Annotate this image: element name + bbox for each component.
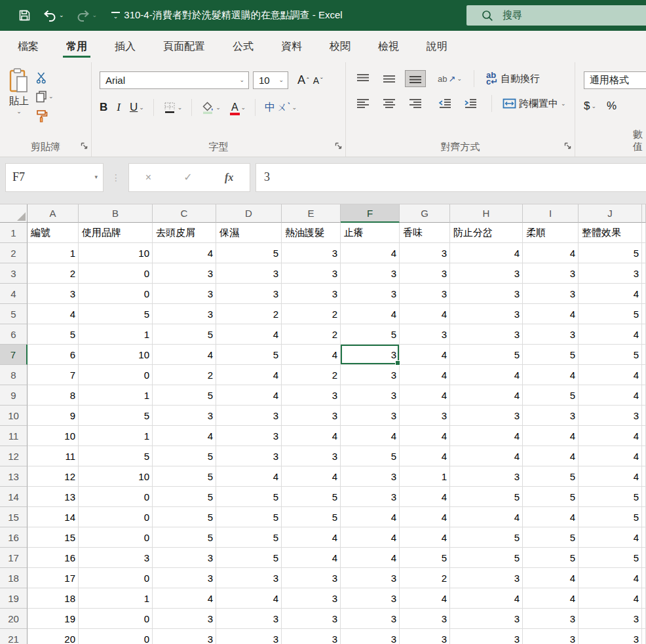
cell-i15[interactable]: 4 bbox=[523, 507, 579, 527]
cell-j18[interactable]: 4 bbox=[579, 568, 642, 588]
name-box-chevron-icon[interactable]: ▾ bbox=[94, 174, 98, 180]
row-header-9[interactable]: 9 bbox=[0, 385, 28, 406]
cell-e1[interactable]: 熱油護髮 bbox=[282, 223, 341, 243]
cell-g13[interactable]: 1 bbox=[400, 466, 450, 487]
formula-input[interactable]: 3 bbox=[256, 163, 646, 192]
cell-f21[interactable]: 3 bbox=[341, 629, 400, 644]
cell-c12[interactable]: 5 bbox=[153, 446, 216, 466]
cell-j3[interactable]: 3 bbox=[579, 263, 642, 284]
cell-j4[interactable]: 4 bbox=[579, 284, 642, 304]
cell-g6[interactable]: 3 bbox=[400, 324, 450, 345]
cell-e4[interactable]: 3 bbox=[282, 284, 341, 304]
cell-d17[interactable]: 5 bbox=[216, 548, 282, 568]
cell-c17[interactable]: 3 bbox=[153, 548, 216, 568]
cell-g19[interactable]: 4 bbox=[400, 588, 450, 609]
cell-d2[interactable]: 5 bbox=[216, 243, 282, 263]
cell-a7[interactable]: 6 bbox=[28, 345, 79, 365]
cell-partial-6[interactable] bbox=[642, 324, 646, 345]
cell-g17[interactable]: 5 bbox=[400, 548, 450, 568]
search-box[interactable]: 搜尋 bbox=[466, 5, 646, 26]
cell-h19[interactable]: 4 bbox=[450, 588, 523, 609]
cell-i12[interactable]: 4 bbox=[523, 446, 579, 466]
tab-view[interactable]: 檢視 bbox=[364, 31, 413, 62]
cell-b7[interactable]: 10 bbox=[79, 345, 153, 365]
cell-partial-2[interactable] bbox=[642, 243, 646, 263]
copy-button[interactable]: ⌄ bbox=[35, 90, 54, 103]
cell-h7[interactable]: 5 bbox=[450, 345, 523, 365]
font-size-combo[interactable]: 10 ⌄ bbox=[253, 71, 288, 89]
increase-font-size-button[interactable]: Aˆ bbox=[297, 73, 309, 87]
cell-a14[interactable]: 13 bbox=[28, 487, 79, 507]
cell-b8[interactable]: 0 bbox=[79, 365, 153, 385]
cell-a13[interactable]: 12 bbox=[28, 466, 79, 487]
cell-partial-5[interactable] bbox=[642, 304, 646, 324]
row-header-8[interactable]: 8 bbox=[0, 365, 28, 385]
cell-e14[interactable]: 5 bbox=[282, 487, 341, 507]
cell-a4[interactable]: 3 bbox=[28, 284, 79, 304]
cell-b4[interactable]: 0 bbox=[79, 284, 153, 304]
copy-dropdown-chevron-icon[interactable]: ⌄ bbox=[48, 94, 54, 100]
cell-b15[interactable]: 0 bbox=[79, 507, 153, 527]
cell-i19[interactable]: 4 bbox=[523, 588, 579, 609]
cell-d9[interactable]: 4 bbox=[216, 385, 282, 406]
number-format-combo[interactable]: 通用格式 bbox=[584, 71, 646, 89]
cell-f14[interactable]: 3 bbox=[341, 487, 400, 507]
cell-a17[interactable]: 16 bbox=[28, 548, 79, 568]
cell-i2[interactable]: 4 bbox=[523, 243, 579, 263]
cell-f6[interactable]: 5 bbox=[341, 324, 400, 345]
cell-partial-15[interactable] bbox=[642, 507, 646, 527]
cell-i20[interactable]: 3 bbox=[523, 609, 579, 629]
cell-i4[interactable]: 3 bbox=[523, 284, 579, 304]
align-center-button[interactable] bbox=[379, 95, 400, 112]
row-header-18[interactable]: 18 bbox=[0, 568, 28, 588]
cell-e11[interactable]: 4 bbox=[282, 426, 341, 446]
cell-e9[interactable]: 3 bbox=[282, 385, 341, 406]
bold-button[interactable]: B bbox=[100, 101, 107, 114]
cell-e17[interactable]: 4 bbox=[282, 548, 341, 568]
cell-g21[interactable]: 3 bbox=[400, 629, 450, 644]
row-header-21[interactable]: 21 bbox=[0, 629, 28, 644]
cell-h11[interactable]: 4 bbox=[450, 426, 523, 446]
cell-j19[interactable]: 4 bbox=[579, 588, 642, 609]
cell-a5[interactable]: 4 bbox=[28, 304, 79, 324]
cut-button[interactable] bbox=[35, 71, 54, 84]
cell-g18[interactable]: 2 bbox=[400, 568, 450, 588]
row-header-7[interactable]: 7 bbox=[0, 345, 28, 365]
cell-b21[interactable]: 0 bbox=[79, 629, 153, 644]
phonetic-guide-button[interactable]: 中ㄨˋ ⌄ bbox=[265, 101, 297, 115]
cell-d12[interactable]: 3 bbox=[216, 446, 282, 466]
row-header-15[interactable]: 15 bbox=[0, 507, 28, 527]
enter-button[interactable]: ✓ bbox=[183, 171, 192, 183]
cell-f5[interactable]: 4 bbox=[341, 304, 400, 324]
select-all-button[interactable] bbox=[0, 204, 28, 223]
cell-partial-4[interactable] bbox=[642, 284, 646, 304]
cell-partial-13[interactable] bbox=[642, 466, 646, 487]
cell-c20[interactable]: 3 bbox=[153, 609, 216, 629]
cell-i11[interactable]: 4 bbox=[523, 426, 579, 446]
row-header-16[interactable]: 16 bbox=[0, 527, 28, 548]
row-header-20[interactable]: 20 bbox=[0, 609, 28, 629]
cell-b20[interactable]: 0 bbox=[79, 609, 153, 629]
cell-f10[interactable]: 3 bbox=[341, 406, 400, 426]
cell-f11[interactable]: 4 bbox=[341, 426, 400, 446]
cell-partial-9[interactable] bbox=[642, 385, 646, 406]
cell-partial-12[interactable] bbox=[642, 446, 646, 466]
cell-a6[interactable]: 5 bbox=[28, 324, 79, 345]
cell-c18[interactable]: 3 bbox=[153, 568, 216, 588]
cell-f19[interactable]: 3 bbox=[341, 588, 400, 609]
cell-e3[interactable]: 3 bbox=[282, 263, 341, 284]
cell-b10[interactable]: 5 bbox=[79, 406, 153, 426]
cell-f8[interactable]: 3 bbox=[341, 365, 400, 385]
cell-h13[interactable]: 3 bbox=[450, 466, 523, 487]
cell-d8[interactable]: 4 bbox=[216, 365, 282, 385]
row-header-5[interactable]: 5 bbox=[0, 304, 28, 324]
cell-c1[interactable]: 去頭皮屑 bbox=[153, 223, 216, 243]
cell-j17[interactable]: 5 bbox=[579, 548, 642, 568]
column-header-partial[interactable] bbox=[642, 204, 646, 223]
column-header-e[interactable]: E bbox=[282, 204, 341, 223]
cell-h18[interactable]: 3 bbox=[450, 568, 523, 588]
cell-a15[interactable]: 14 bbox=[28, 507, 79, 527]
cell-b16[interactable]: 0 bbox=[79, 527, 153, 548]
tab-file[interactable]: 檔案 bbox=[4, 31, 52, 62]
cell-j10[interactable]: 3 bbox=[579, 406, 642, 426]
